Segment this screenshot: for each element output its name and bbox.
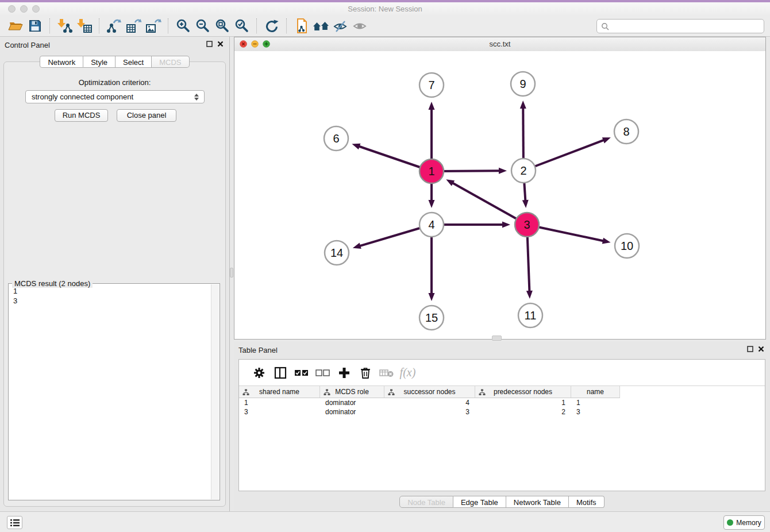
- close-window-button[interactable]: [8, 5, 16, 13]
- show-column-panel-button[interactable]: [270, 364, 291, 381]
- column-header-mcds-role[interactable]: MCDS role: [320, 385, 384, 398]
- column-header-successor-nodes[interactable]: successor nodes: [384, 385, 475, 398]
- graph-edge-arrowhead: [602, 137, 611, 143]
- zoom-in-button[interactable]: [174, 17, 193, 34]
- export-table-button[interactable]: [124, 17, 144, 34]
- main-titlebar: Session: New Session: [0, 2, 770, 16]
- save-session-button[interactable]: [25, 17, 45, 34]
- memory-button[interactable]: Memory: [723, 515, 765, 530]
- table-panel-title: Table Panel: [238, 346, 278, 354]
- result-scrollbar[interactable]: [211, 284, 219, 499]
- import-table-button[interactable]: [75, 17, 94, 34]
- toolbar-separator: [168, 18, 169, 33]
- mcds-result-text[interactable]: 1 3: [10, 286, 211, 499]
- minimize-window-button[interactable]: [20, 5, 28, 13]
- control-panel: Control Panel Network Style Select MCDS …: [0, 37, 230, 511]
- houses-button[interactable]: [311, 17, 331, 34]
- export-image-button[interactable]: [144, 17, 163, 34]
- search-input[interactable]: [612, 21, 764, 32]
- delete-table-button[interactable]: [376, 364, 397, 381]
- graph-edge-2-8[interactable]: [523, 140, 605, 171]
- eye-button[interactable]: [351, 17, 370, 34]
- cell-name[interactable]: 1: [571, 398, 620, 407]
- table-row[interactable]: 1 dominator 4 1 1: [239, 398, 765, 407]
- add-column-button[interactable]: [333, 364, 355, 381]
- cell-predecessor-nodes[interactable]: 2: [475, 407, 571, 417]
- tab-edge-table[interactable]: Edge Table: [453, 496, 506, 508]
- cell-name[interactable]: 3: [571, 407, 620, 417]
- close-panel-icon[interactable]: [758, 346, 764, 352]
- float-panel-icon[interactable]: [206, 41, 213, 47]
- apply-layout-button[interactable]: [262, 17, 282, 34]
- zoom-selected-button[interactable]: [232, 17, 252, 34]
- hierarchy-icon: [388, 389, 395, 396]
- cell-shared-name[interactable]: 1: [239, 398, 320, 407]
- tab-select[interactable]: Select: [116, 56, 152, 68]
- fx-icon: f(x): [400, 366, 416, 379]
- hierarchy-icon: [479, 389, 486, 396]
- graph-edge-3-1[interactable]: [452, 183, 527, 225]
- open-session-button[interactable]: [6, 17, 25, 34]
- table-header-filler: [620, 385, 765, 398]
- zoom-window-button[interactable]: [32, 5, 40, 13]
- tab-network-table[interactable]: Network Table: [506, 496, 569, 508]
- tab-motifs[interactable]: Motifs: [569, 496, 605, 508]
- cell-successor-nodes[interactable]: 4: [384, 398, 475, 407]
- toolbar-separator: [99, 18, 100, 33]
- tab-mcds[interactable]: MCDS: [152, 56, 189, 68]
- column-header-predecessor-nodes[interactable]: predecessor nodes: [475, 385, 571, 398]
- canvas-resize-grip[interactable]: [492, 336, 502, 341]
- import-table-icon: [76, 18, 93, 34]
- zoom-out-button[interactable]: [193, 17, 213, 34]
- unselect-all-button[interactable]: [312, 364, 333, 381]
- tab-node-table[interactable]: Node Table: [399, 496, 453, 508]
- graph-node-label: 1: [428, 165, 434, 178]
- delete-column-button[interactable]: [355, 364, 376, 381]
- select-all-button[interactable]: [291, 364, 312, 381]
- import-network-icon: [57, 18, 73, 34]
- mcds-result-box: MCDS result (2 nodes) 1 3: [8, 283, 220, 500]
- zoom-fit-button[interactable]: [213, 17, 232, 34]
- function-builder-button[interactable]: f(x): [397, 364, 418, 381]
- search-box: [596, 19, 764, 33]
- task-history-button[interactable]: [7, 516, 22, 529]
- cell-mcds-role[interactable]: dominator: [320, 398, 384, 407]
- mcds-result-line: 1: [13, 286, 211, 296]
- delete-table-icon: [379, 368, 394, 378]
- cell-successor-nodes[interactable]: 3: [384, 407, 475, 417]
- list-icon: [10, 519, 20, 527]
- close-panel-button[interactable]: Close panel: [117, 109, 176, 122]
- graph-node-label: 9: [519, 78, 526, 90]
- criterion-dropdown-value: strongly connected component: [26, 92, 191, 101]
- export-network-button[interactable]: [105, 17, 124, 34]
- cell-predecessor-nodes[interactable]: 1: [475, 398, 571, 407]
- copy-view-button[interactable]: [292, 17, 311, 34]
- application-window: Session: New Session: [0, 0, 770, 532]
- cell-mcds-role[interactable]: dominator: [320, 407, 384, 417]
- column-header-name[interactable]: name: [571, 385, 620, 398]
- table-row[interactable]: 3 dominator 3 2 3: [239, 407, 765, 417]
- export-table-icon: [126, 18, 142, 34]
- network-canvas[interactable]: 1234678910111415: [234, 51, 765, 339]
- zoom-out-icon: [195, 18, 211, 34]
- graph-edge-arrowhead: [429, 293, 435, 301]
- memory-label: Memory: [736, 519, 761, 527]
- graph-node-label: 15: [425, 311, 438, 324]
- eye-slash-button[interactable]: [331, 17, 351, 34]
- tab-network[interactable]: Network: [40, 56, 83, 68]
- cell-shared-name[interactable]: 3: [239, 407, 320, 417]
- traffic-lights: [8, 5, 40, 13]
- table-panel-tabs: Node Table Edge Table Network Table Moti…: [234, 496, 770, 508]
- zoom-selected-icon: [234, 18, 250, 34]
- graph-edge-arrowhead: [522, 200, 529, 208]
- close-panel-icon[interactable]: [217, 41, 224, 47]
- panel-splitter-handle[interactable]: [230, 268, 233, 277]
- tab-style[interactable]: Style: [83, 56, 116, 68]
- run-mcds-button[interactable]: Run MCDS: [55, 109, 108, 122]
- column-header-shared-name[interactable]: shared name: [239, 385, 320, 398]
- float-panel-icon[interactable]: [747, 346, 753, 352]
- criterion-dropdown[interactable]: strongly connected component: [25, 90, 205, 103]
- import-network-button[interactable]: [55, 17, 75, 34]
- table-settings-button[interactable]: [248, 364, 270, 381]
- table-panel: Table Panel: [234, 342, 770, 511]
